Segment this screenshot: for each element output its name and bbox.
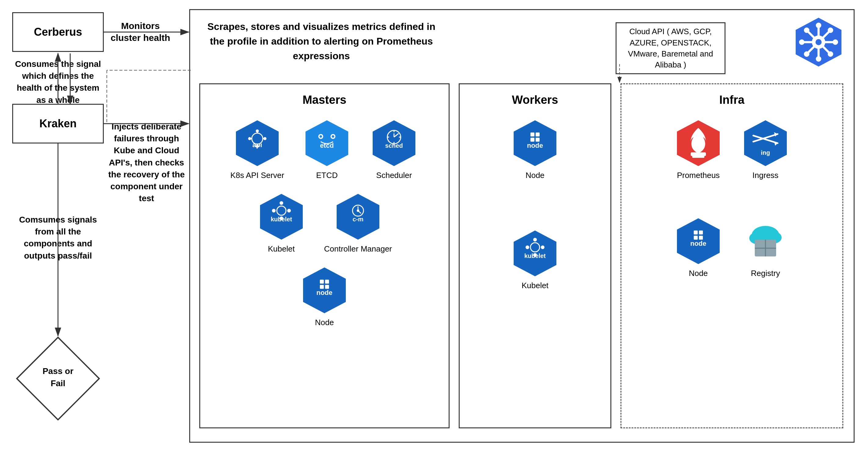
workers-row-1: node Node xyxy=(460,113,611,186)
infra-row-1: Prometheus ing Ingress xyxy=(621,113,842,186)
cerberus-label: Cerberus xyxy=(34,26,82,38)
svg-rect-71 xyxy=(530,138,534,142)
masters-sched-item: sched Scheduler xyxy=(370,119,418,180)
svg-point-54 xyxy=(287,209,291,212)
workers-kubelet-label: Kubelet xyxy=(522,281,549,290)
infra-node-label: Node xyxy=(689,269,708,278)
svg-rect-69 xyxy=(530,132,534,137)
workers-kubelet-item: kubelet Kubelet xyxy=(510,229,559,290)
masters-api-label: K8s API Server xyxy=(230,171,284,180)
svg-point-79 xyxy=(541,245,545,249)
cloud-api-text: Cloud API ( AWS, GCP, AZURE, OPENSTACK, … xyxy=(621,26,720,70)
svg-text:Fail: Fail xyxy=(51,379,65,388)
masters-kubelet-label: Kubelet xyxy=(268,244,295,254)
svg-text:node: node xyxy=(527,142,543,149)
svg-point-53 xyxy=(272,209,276,212)
infra-node-item: node Node xyxy=(674,217,723,278)
svg-point-29 xyxy=(256,129,259,132)
masters-row-3: node Node xyxy=(200,260,448,333)
svg-point-77 xyxy=(533,253,537,257)
main-panel: Scrapes, stores and visualizes metrics d… xyxy=(189,9,855,443)
svg-point-30 xyxy=(256,145,259,148)
svg-point-5 xyxy=(815,39,822,45)
infra-panel: Infra Prometheus xyxy=(620,83,843,428)
cloud-api-box: Cloud API ( AWS, GCP, AZURE, OPENSTACK, … xyxy=(616,22,725,74)
svg-rect-72 xyxy=(536,138,539,142)
svg-rect-91 xyxy=(694,231,698,235)
infra-registry-item: Registry xyxy=(741,217,790,278)
masters-cm-item: c-m Controller Manager xyxy=(324,192,392,254)
svg-point-31 xyxy=(248,137,251,140)
masters-kubelet-item: kubelet Kubelet xyxy=(257,192,306,254)
masters-panel: Masters api xyxy=(199,83,450,428)
label-comsumes-signals: Comsumes signals from all the components… xyxy=(12,214,104,262)
svg-point-16 xyxy=(799,39,805,45)
masters-title: Masters xyxy=(200,84,448,113)
svg-point-78 xyxy=(526,245,529,249)
svg-point-52 xyxy=(280,216,283,220)
workers-node-label: Node xyxy=(526,171,545,180)
label-injects: Injects deliberate failures through Kube… xyxy=(107,121,186,204)
cerberus-box: Cerberus xyxy=(12,12,104,52)
svg-point-15 xyxy=(816,56,821,62)
svg-rect-63 xyxy=(320,280,324,283)
svg-point-37 xyxy=(319,135,322,138)
svg-text:node: node xyxy=(690,240,707,247)
masters-row-1: api K8s API Server xyxy=(200,113,448,186)
svg-rect-70 xyxy=(536,132,539,137)
kraken-box: Kraken xyxy=(12,104,104,144)
infra-row-2: node Node xyxy=(621,211,842,284)
workers-title: Workers xyxy=(460,84,611,113)
svg-rect-92 xyxy=(699,231,703,235)
svg-point-14 xyxy=(816,23,821,28)
k8s-icon-top xyxy=(793,16,844,68)
monitors-text: Monitors cluster health xyxy=(111,21,170,43)
svg-point-60 xyxy=(357,209,359,212)
infra-ingress-label: Ingress xyxy=(752,171,778,180)
svg-rect-82 xyxy=(692,155,705,158)
description-text: Scrapes, stores and visualizes metrics d… xyxy=(208,21,436,61)
svg-point-38 xyxy=(332,135,334,138)
label-monitors: Monitors cluster health xyxy=(107,20,174,44)
svg-marker-83 xyxy=(744,120,787,166)
svg-rect-94 xyxy=(699,236,703,240)
svg-rect-64 xyxy=(325,280,329,283)
label-consumes: Consumes the signal which defines the he… xyxy=(12,58,104,106)
masters-node-item: node Node xyxy=(300,266,349,327)
workers-node-item: node Node xyxy=(510,119,559,180)
svg-text:c-m: c-m xyxy=(352,216,364,222)
svg-point-21 xyxy=(804,51,809,57)
diagram-container: Cerberus Kraken Pass or Fail Monitors cl… xyxy=(0,0,868,450)
svg-text:ing: ing xyxy=(761,149,770,156)
infra-title: Infra xyxy=(621,84,842,113)
consumes-text: Consumes the signal which defines the he… xyxy=(15,59,101,105)
svg-point-76 xyxy=(533,238,537,241)
infra-ingress-item: ing Ingress xyxy=(741,119,790,180)
masters-node-label: Node xyxy=(315,318,334,327)
masters-row-2: kubelet Kubelet c-m xyxy=(200,186,448,260)
svg-text:node: node xyxy=(316,289,333,296)
masters-etcd-item: etcd ETCD xyxy=(303,119,351,180)
infra-prometheus-label: Prometheus xyxy=(677,171,720,180)
masters-cm-label: Controller Manager xyxy=(324,244,392,254)
injects-text: Injects deliberate failures through Kube… xyxy=(108,122,185,203)
masters-etcd-label: ETCD xyxy=(316,171,338,180)
workers-panel: Workers node Node xyxy=(459,83,611,428)
svg-point-20 xyxy=(828,28,833,33)
main-description: Scrapes, stores and visualizes metrics d… xyxy=(199,19,443,63)
svg-point-51 xyxy=(280,201,283,205)
svg-rect-93 xyxy=(694,236,698,240)
workers-row-2: kubelet Kubelet xyxy=(460,223,611,296)
pass-fail-diamond: Pass or Fail xyxy=(15,336,101,421)
svg-point-18 xyxy=(804,28,809,33)
svg-text:Pass or: Pass or xyxy=(42,366,73,376)
infra-registry-label: Registry xyxy=(751,269,780,278)
svg-rect-66 xyxy=(325,285,329,289)
masters-sched-label: Scheduler xyxy=(376,171,412,180)
infra-prometheus-item: Prometheus xyxy=(674,119,723,180)
svg-point-32 xyxy=(264,137,267,140)
kraken-label: Kraken xyxy=(39,117,76,130)
comsumes-signals-text: Comsumes signals from all the components… xyxy=(19,215,97,261)
svg-rect-65 xyxy=(320,285,324,289)
svg-point-17 xyxy=(833,39,838,45)
